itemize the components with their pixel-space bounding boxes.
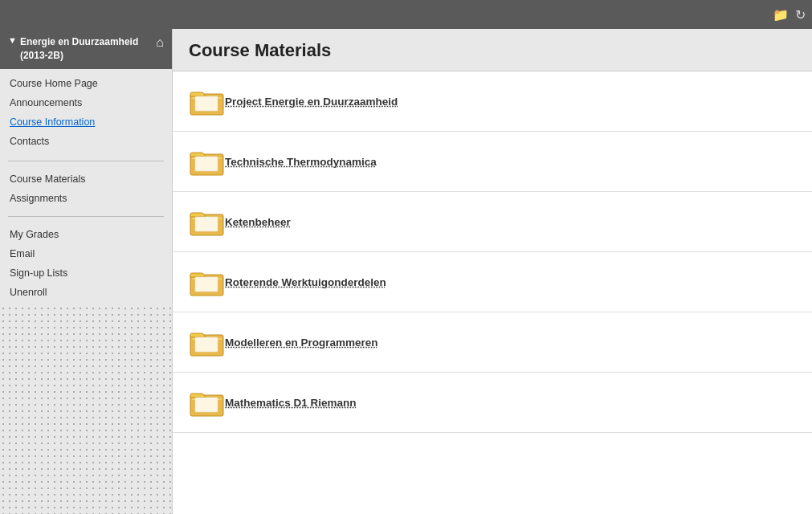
sidebar-item-signup-lists[interactable]: Sign-up Lists [0,263,172,283]
home-icon[interactable]: ⌂ [156,35,164,50]
sidebar-bottom-decoration [0,305,172,514]
collapse-arrow[interactable]: ▼ [8,35,17,45]
page-title: Course Materials [189,40,796,61]
folder-item: Modelleren en Programmeren [173,312,812,373]
course-title: Energie en Duurzaamheid (2013-2B) [20,35,156,63]
folder-icon [189,86,225,116]
svg-rect-17 [195,398,218,412]
folder-item: Technische Thermodynamica [173,132,812,192]
sidebar-item-my-grades[interactable]: My Grades [0,225,172,244]
folder-list: Project Energie en DuurzaamheidTechnisch… [173,71,812,433]
sidebar-item-course-materials[interactable]: Course Materials [0,169,172,189]
folder-link[interactable]: Mathematics D1 Riemann [225,397,357,409]
sidebar-item-unenroll[interactable]: Unenroll [0,283,172,302]
folder-item: Project Energie en Duurzaamheid [173,71,812,132]
folder-link[interactable]: Ketenbeheer [225,216,291,228]
folder-icon [189,146,225,177]
folder-link[interactable]: Roterende Werktuigonderdelen [225,276,386,288]
folder-icon [189,327,225,357]
svg-rect-11 [195,277,218,292]
divider-2 [8,216,164,217]
folder-icon [189,267,225,297]
svg-rect-5 [195,157,218,171]
folder-icon [189,206,225,237]
folder-icon [189,387,225,418]
folder-item: Mathematics D1 Riemann [173,373,812,433]
sidebar-item-email[interactable]: Email [0,244,172,263]
top-bar: 📁 ↻ [0,0,812,29]
folder-link[interactable]: Technische Thermodynamica [225,156,377,168]
folder-link[interactable]: Project Energie en Duurzaamheid [225,96,398,108]
divider-1 [8,161,164,161]
sidebar-nav-section3: My Grades Email Sign-up Lists Unenroll [0,222,172,305]
sidebar-item-announcements[interactable]: Announcements [0,93,172,112]
main-layout: ▼ Energie en Duurzaamheid (2013-2B) ⌂ Co… [0,29,812,514]
sidebar-item-assignments[interactable]: Assignments [0,189,172,208]
svg-rect-8 [195,217,218,231]
refresh-toolbar-icon[interactable]: ↻ [795,7,806,22]
sidebar-item-course-home[interactable]: Course Home Page [0,74,172,93]
sidebar-item-contacts[interactable]: Contacts [0,132,172,151]
folder-link[interactable]: Modelleren en Programmeren [225,337,378,349]
content-header: Course Materials [173,29,812,71]
folder-item: Ketenbeheer [173,192,812,252]
sidebar-nav-section2: Course Materials Assignments [0,166,172,211]
sidebar-nav-section1: Course Home Page Announcements Course In… [0,69,172,156]
svg-rect-14 [195,337,218,352]
folder-toolbar-icon[interactable]: 📁 [773,7,789,22]
sidebar-item-course-info[interactable]: Course Information [0,112,172,132]
sidebar: ▼ Energie en Duurzaamheid (2013-2B) ⌂ Co… [0,29,173,514]
content-area: Course Materials Project Energie en Duur… [173,29,812,514]
folder-item: Roterende Werktuigonderdelen [173,252,812,312]
course-header: ▼ Energie en Duurzaamheid (2013-2B) ⌂ [0,29,172,69]
svg-rect-2 [195,96,218,111]
